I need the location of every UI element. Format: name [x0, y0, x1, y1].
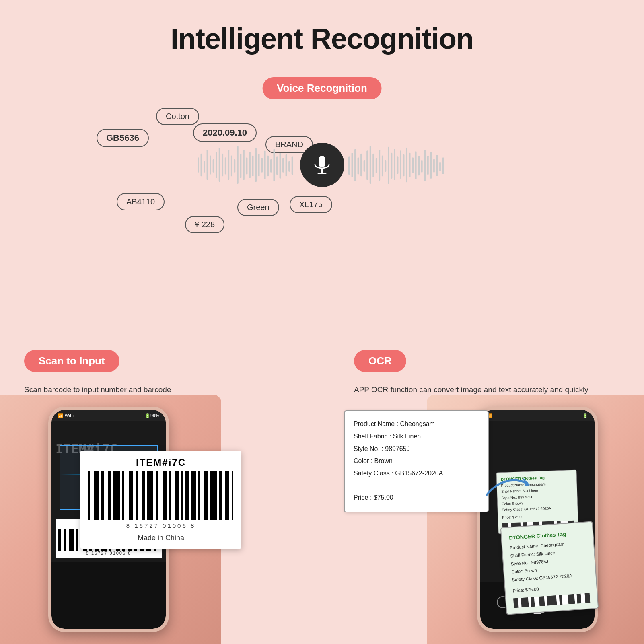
voice-recognition-badge: Voice Recognition	[262, 77, 382, 99]
svg-rect-60	[424, 150, 426, 181]
svg-rect-26	[276, 156, 278, 175]
ocr-safety-class: Safety Class : GB15672-2020A	[354, 468, 479, 479]
large-barcode-title: ITEM#i7C	[88, 457, 233, 468]
word-bubble-price: ¥ 228	[185, 216, 224, 233]
svg-rect-1	[200, 154, 202, 177]
tag-price-phone: Price: $75.00	[502, 512, 574, 521]
svg-rect-58	[418, 156, 420, 175]
svg-rect-21	[261, 158, 263, 173]
svg-rect-3	[206, 150, 208, 180]
svg-rect-17	[249, 152, 251, 178]
svg-rect-42	[369, 146, 371, 184]
page-title: Intelligent Recognition	[0, 0, 644, 55]
svg-rect-46	[381, 155, 383, 176]
svg-rect-31	[291, 156, 293, 175]
svg-rect-24	[270, 159, 272, 173]
svg-rect-45	[379, 150, 380, 181]
svg-rect-35	[348, 156, 350, 175]
svg-rect-15	[243, 150, 245, 180]
page-container: Intelligent Recognition Voice Recognitio…	[0, 0, 644, 644]
svg-rect-41	[366, 150, 368, 180]
svg-rect-37	[354, 149, 356, 181]
barcode-number: 8 16727 01006 8	[58, 551, 159, 556]
ocr-price: Price : $75.00	[354, 492, 479, 504]
svg-rect-47	[385, 160, 386, 172]
svg-rect-6	[216, 152, 217, 178]
svg-rect-5	[212, 159, 214, 173]
svg-rect-29	[285, 154, 287, 177]
svg-rect-4	[210, 155, 211, 174]
svg-rect-64	[436, 155, 438, 176]
large-barcode-card: ITEM#i7C 8 16727 01006	[80, 451, 241, 549]
svg-rect-18	[252, 155, 253, 176]
svg-rect-28	[282, 158, 284, 173]
scan-badge: Scan to Input	[24, 350, 119, 372]
microphone-area	[198, 121, 447, 209]
ocr-badge: OCR	[354, 350, 406, 372]
svg-rect-49	[391, 153, 392, 179]
svg-rect-16	[246, 157, 247, 174]
ocr-info-card: Product Name : Cheongsam Shell Fabric : …	[344, 410, 489, 512]
svg-rect-11	[230, 155, 232, 176]
svg-rect-9	[224, 157, 226, 174]
arrow-indicator	[483, 471, 535, 504]
svg-rect-53	[403, 154, 404, 177]
svg-rect-0	[198, 157, 199, 173]
ocr-style-no: Style No. : 989765J	[354, 443, 479, 455]
svg-rect-30	[288, 161, 290, 172]
svg-rect-2	[204, 161, 205, 173]
word-bubble-ab4110: AB4110	[117, 193, 165, 210]
svg-rect-22	[264, 150, 265, 179]
word-bubble-cotton: Cotton	[156, 108, 199, 125]
svg-rect-66	[442, 157, 444, 174]
svg-rect-52	[400, 150, 401, 179]
scan-section: Scan to Input	[24, 350, 119, 379]
svg-rect-44	[375, 158, 377, 173]
svg-rect-56	[412, 157, 414, 173]
svg-rect-62	[430, 152, 432, 179]
tag-card-price: Price: $75.00	[512, 582, 589, 595]
svg-rect-54	[406, 148, 407, 183]
mic-icon	[300, 143, 344, 187]
svg-rect-32	[319, 156, 325, 167]
svg-rect-36	[351, 153, 353, 177]
svg-rect-40	[363, 160, 365, 172]
svg-rect-13	[237, 146, 239, 184]
svg-rect-55	[409, 153, 410, 177]
svg-rect-65	[439, 162, 441, 171]
ocr-product-name: Product Name : Cheongsam	[354, 418, 479, 430]
ocr-section: OCR	[354, 350, 406, 379]
svg-rect-10	[228, 150, 229, 180]
word-bubble-gb5636: GB5636	[97, 129, 149, 147]
svg-rect-8	[222, 154, 223, 177]
svg-rect-12	[234, 159, 235, 173]
svg-rect-27	[279, 153, 281, 179]
svg-rect-50	[394, 149, 395, 180]
ocr-color: Color : Brown	[354, 455, 479, 467]
svg-rect-20	[258, 154, 259, 177]
svg-rect-48	[388, 147, 389, 184]
svg-rect-19	[255, 148, 257, 182]
svg-rect-63	[433, 159, 435, 173]
svg-rect-7	[218, 148, 220, 182]
large-barcode-number: 8 16727 01006 8	[88, 522, 233, 529]
waveform-right	[348, 141, 447, 189]
dtonger-tag-card: DTONGER Clothes Tag Product Name: Cheong…	[500, 521, 599, 615]
svg-rect-23	[267, 155, 269, 176]
svg-rect-59	[421, 160, 422, 173]
svg-marker-67	[523, 478, 530, 486]
svg-rect-38	[357, 157, 359, 174]
waveform-left	[198, 141, 296, 189]
ocr-shell-fabric: Shell Fabric : Silk Linen	[354, 431, 479, 442]
svg-rect-61	[427, 156, 429, 175]
svg-rect-14	[240, 154, 241, 178]
svg-rect-43	[372, 154, 374, 177]
svg-rect-39	[360, 154, 362, 177]
svg-rect-51	[397, 156, 398, 174]
svg-rect-25	[273, 149, 275, 181]
made-in-china: Made in China	[88, 534, 233, 542]
svg-rect-57	[415, 151, 416, 179]
